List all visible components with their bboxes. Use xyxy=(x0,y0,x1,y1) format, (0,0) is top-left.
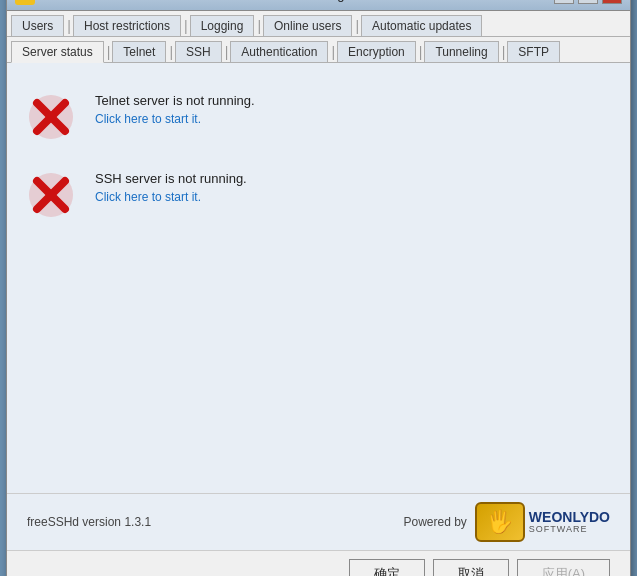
ssh-status-label: SSH server is not running. xyxy=(95,171,247,186)
apply-button[interactable]: 应用(A) xyxy=(517,559,610,576)
tab-logging[interactable]: Logging xyxy=(190,15,255,36)
ssh-status-item: SSH server is not running. Click here to… xyxy=(27,171,610,219)
buttons-bar: 确定 取消 应用(A) xyxy=(7,550,630,576)
telnet-status-item: Telnet server is not running. Click here… xyxy=(27,93,610,141)
divider: | xyxy=(105,44,113,60)
tab-bar-row2: Server status | Telnet | SSH | Authentic… xyxy=(7,37,630,63)
logo-text-main: WEONLYDO xyxy=(529,510,610,524)
ssh-start-link[interactable]: Click here to start it. xyxy=(95,190,247,204)
main-window: 🔑 freeSSHd settings − □ ✕ Users | Host r… xyxy=(6,0,631,576)
divider: | xyxy=(255,18,263,34)
ssh-error-icon xyxy=(27,171,75,219)
powered-by: Powered by 🖐 WEONLYDO SOFTWARE xyxy=(403,502,610,542)
telnet-start-link[interactable]: Click here to start it. xyxy=(95,112,255,126)
tab-telnet[interactable]: Telnet xyxy=(112,41,166,62)
tab-tunneling[interactable]: Tunneling xyxy=(424,41,498,62)
tab-host-restrictions[interactable]: Host restrictions xyxy=(73,15,181,36)
logo-text-block: WEONLYDO SOFTWARE xyxy=(529,510,610,534)
divider: | xyxy=(329,44,337,60)
cancel-button[interactable]: 取消 xyxy=(433,559,509,576)
tab-online-users[interactable]: Online users xyxy=(263,15,352,36)
tab-sftp[interactable]: SFTP xyxy=(507,41,560,62)
maximize-button[interactable]: □ xyxy=(578,0,598,4)
tab-ssh[interactable]: SSH xyxy=(175,41,222,62)
telnet-status-text: Telnet server is not running. Click here… xyxy=(95,93,255,126)
logo-text-sub: SOFTWARE xyxy=(529,524,610,534)
version-text: freeSSHd version 1.3.1 xyxy=(27,515,403,529)
divider: | xyxy=(223,44,231,60)
tab-authentication[interactable]: Authentication xyxy=(230,41,328,62)
divider: | xyxy=(65,18,73,34)
window-title: freeSSHd settings xyxy=(43,0,554,2)
divider: | xyxy=(167,44,175,60)
divider: | xyxy=(182,18,190,34)
tab-users[interactable]: Users xyxy=(11,15,64,36)
titlebar: 🔑 freeSSHd settings − □ ✕ xyxy=(7,0,630,11)
weonlydo-logo: 🖐 WEONLYDO SOFTWARE xyxy=(475,502,610,542)
content-area: Telnet server is not running. Click here… xyxy=(7,63,630,493)
telnet-status-label: Telnet server is not running. xyxy=(95,93,255,108)
tab-encryption[interactable]: Encryption xyxy=(337,41,416,62)
minimize-button[interactable]: − xyxy=(554,0,574,4)
tab-row-2: Server status | Telnet | SSH | Authentic… xyxy=(7,37,630,62)
tab-automatic-updates[interactable]: Automatic updates xyxy=(361,15,482,36)
app-icon: 🔑 xyxy=(15,0,35,5)
divider: | xyxy=(353,18,361,34)
ssh-status-text: SSH server is not running. Click here to… xyxy=(95,171,247,204)
ok-button[interactable]: 确定 xyxy=(349,559,425,576)
logo-hand-icon: 🖐 xyxy=(486,509,513,535)
close-button[interactable]: ✕ xyxy=(602,0,622,4)
tab-bar-row1: Users | Host restrictions | Logging | On… xyxy=(7,11,630,37)
tab-row-1: Users | Host restrictions | Logging | On… xyxy=(7,11,630,36)
divider: | xyxy=(417,44,425,60)
tab-server-status[interactable]: Server status xyxy=(11,41,104,63)
divider: | xyxy=(500,44,508,60)
footer-info: freeSSHd version 1.3.1 Powered by 🖐 WEON… xyxy=(7,493,630,550)
logo-badge: 🖐 xyxy=(475,502,525,542)
window-controls: − □ ✕ xyxy=(554,0,622,4)
powered-by-label: Powered by xyxy=(403,515,466,529)
telnet-error-icon xyxy=(27,93,75,141)
